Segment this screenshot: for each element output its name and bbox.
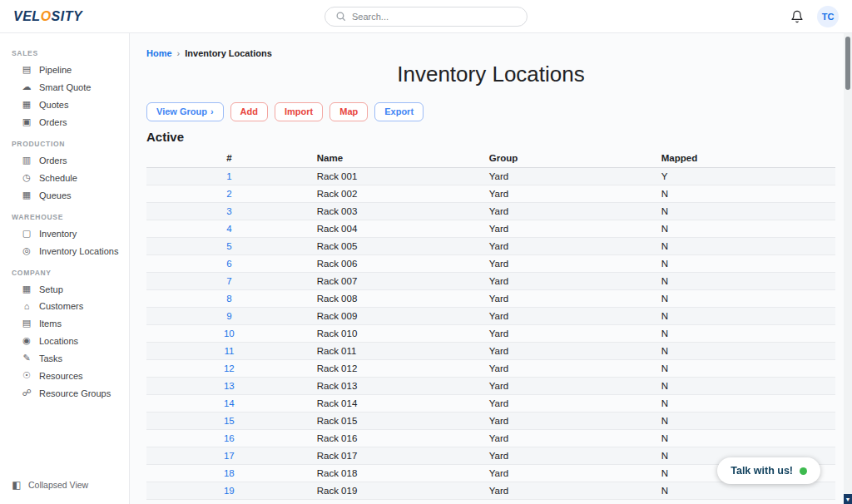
cell-group: Yard — [484, 482, 656, 500]
sidebar-item-resource-groups[interactable]: ☍ Resource Groups — [0, 384, 129, 402]
sidebar-item-items[interactable]: ▤ Items — [0, 314, 129, 332]
row-number-link[interactable]: 13 — [224, 381, 235, 391]
customers-icon: ⌂ — [22, 301, 32, 311]
sidebar-item-label: Resources — [39, 371, 83, 381]
user-avatar[interactable]: TC — [817, 6, 839, 27]
cell-mapped: N — [656, 203, 835, 220]
row-number-link[interactable]: 7 — [226, 276, 231, 286]
cell-mapped: N — [656, 255, 835, 273]
notifications-bell-icon[interactable] — [790, 10, 804, 23]
schedule-icon: ◷ — [22, 172, 32, 183]
row-number-link[interactable]: 11 — [224, 346, 234, 356]
sidebar-item-pipeline[interactable]: ▤ Pipeline — [0, 61, 129, 78]
collapsed-view-label: Collapsed View — [28, 480, 88, 490]
row-number-link[interactable]: 9 — [226, 311, 231, 321]
export-button[interactable]: Export — [374, 102, 424, 121]
cell-name: Rack 003 — [312, 203, 484, 220]
cell-mapped: N — [656, 343, 835, 360]
cell-group: Yard — [484, 273, 656, 290]
cell-name: Rack 001 — [312, 168, 484, 185]
sidebar-item-smart-quote[interactable]: ☁ Smart Quote — [0, 78, 129, 96]
sidebar-item-label: Inventory Locations — [39, 246, 118, 256]
cell-mapped: N — [656, 308, 835, 325]
main-content: Home › Inventory Locations Inventory Loc… — [130, 33, 852, 504]
table-row: 20 Rack 020 Yard N — [146, 500, 835, 504]
cell-name: Rack 018 — [312, 465, 484, 482]
cell-group: Yard — [484, 308, 656, 325]
import-button[interactable]: Import — [275, 102, 323, 121]
velosity-logo[interactable]: VELOSITY — [13, 9, 82, 24]
row-number-link[interactable]: 4 — [226, 224, 231, 234]
resources-icon: ☉ — [22, 370, 32, 381]
sidebar-item-setup[interactable]: ▦ Setup — [0, 280, 129, 298]
sidebar-item-customers[interactable]: ⌂ Customers — [0, 298, 129, 314]
row-number-link[interactable]: 1 — [226, 171, 231, 181]
col-header-number: # — [146, 149, 312, 168]
row-number-link[interactable]: 14 — [224, 398, 235, 408]
sidebar-item-label: Orders — [39, 117, 67, 127]
inventory-locations-table: # Name Group Mapped 1 Rack 001 Yard Y 2 … — [146, 149, 835, 504]
sidebar-item-queues[interactable]: ▦ Queues — [0, 186, 129, 204]
sidebar-item-label: Tasks — [39, 353, 62, 363]
sidebar-item-quotes[interactable]: ▦ Quotes — [0, 96, 129, 113]
section-title-production: PRODUCTION — [0, 131, 129, 151]
cell-group: Yard — [484, 500, 656, 504]
cell-mapped: N — [656, 430, 835, 447]
view-group-button[interactable]: View Group› — [146, 102, 224, 121]
map-button[interactable]: Map — [329, 102, 368, 121]
global-search[interactable] — [324, 7, 528, 27]
locations-icon: ◉ — [22, 335, 32, 346]
row-number-link[interactable]: 12 — [224, 363, 235, 373]
sidebar-item-production-orders[interactable]: ▥ Orders — [0, 151, 129, 169]
sidebar-item-label: Setup — [39, 284, 63, 294]
collapsed-view-toggle[interactable]: ◧ Collapsed View — [0, 472, 129, 497]
inventory-icon: ▢ — [22, 228, 32, 239]
sidebar: SALES ▤ Pipeline ☁ Smart Quote ▦ Quotes — [0, 33, 130, 504]
chat-widget-button[interactable]: Talk with us! — [717, 457, 820, 484]
table-row: 7 Rack 007 Yard N — [146, 273, 835, 290]
table-row: 6 Rack 006 Yard N — [146, 255, 835, 273]
scrollbar-thumb[interactable] — [845, 37, 850, 90]
cell-mapped: N — [656, 273, 835, 290]
cell-name: Rack 009 — [312, 308, 484, 325]
search-input[interactable] — [352, 12, 517, 22]
sidebar-item-tasks[interactable]: ✎ Tasks — [0, 349, 129, 367]
sidebar-item-inventory[interactable]: ▢ Inventory — [0, 225, 129, 242]
scrollbar-down-arrow-icon[interactable]: ▼ — [844, 494, 852, 504]
pipeline-icon: ▤ — [22, 64, 32, 75]
table-row: 11 Rack 011 Yard N — [146, 343, 835, 360]
button-label: Add — [240, 106, 258, 117]
row-number-link[interactable]: 10 — [224, 329, 235, 338]
cell-name: Rack 019 — [312, 482, 484, 500]
row-number-link[interactable]: 15 — [224, 416, 235, 426]
sidebar-item-orders[interactable]: ▣ Orders — [0, 113, 129, 131]
vertical-scrollbar: ▼ — [844, 33, 852, 504]
sidebar-item-label: Schedule — [39, 173, 77, 183]
row-number-link[interactable]: 3 — [226, 206, 231, 216]
cell-name: Rack 014 — [312, 395, 484, 413]
cell-mapped: N — [656, 290, 835, 308]
chevron-right-icon: › — [211, 106, 214, 117]
row-number-link[interactable]: 19 — [224, 486, 235, 496]
inventory-locations-icon: ◎ — [22, 245, 32, 256]
row-number-link[interactable]: 16 — [224, 433, 235, 443]
table-row: 9 Rack 009 Yard N — [146, 308, 835, 325]
row-number-link[interactable]: 18 — [224, 468, 235, 478]
col-header-name: Name — [312, 149, 484, 168]
sidebar-item-schedule[interactable]: ◷ Schedule — [0, 169, 129, 186]
breadcrumb-home-link[interactable]: Home — [146, 48, 172, 58]
cell-group: Yard — [484, 168, 656, 185]
row-number-link[interactable]: 5 — [226, 241, 231, 251]
sidebar-item-label: Inventory — [39, 229, 77, 239]
sidebar-item-inventory-locations[interactable]: ◎ Inventory Locations — [0, 242, 129, 259]
production-orders-icon: ▥ — [22, 155, 32, 166]
row-number-link[interactable]: 2 — [226, 189, 231, 199]
add-button[interactable]: Add — [230, 102, 268, 121]
sidebar-item-resources[interactable]: ☉ Resources — [0, 367, 129, 384]
row-number-link[interactable]: 8 — [226, 294, 231, 304]
cell-name: Rack 008 — [312, 290, 484, 308]
row-number-link[interactable]: 6 — [226, 259, 231, 269]
sidebar-item-locations[interactable]: ◉ Locations — [0, 332, 129, 349]
cell-name: Rack 013 — [312, 378, 484, 395]
row-number-link[interactable]: 17 — [224, 451, 235, 461]
